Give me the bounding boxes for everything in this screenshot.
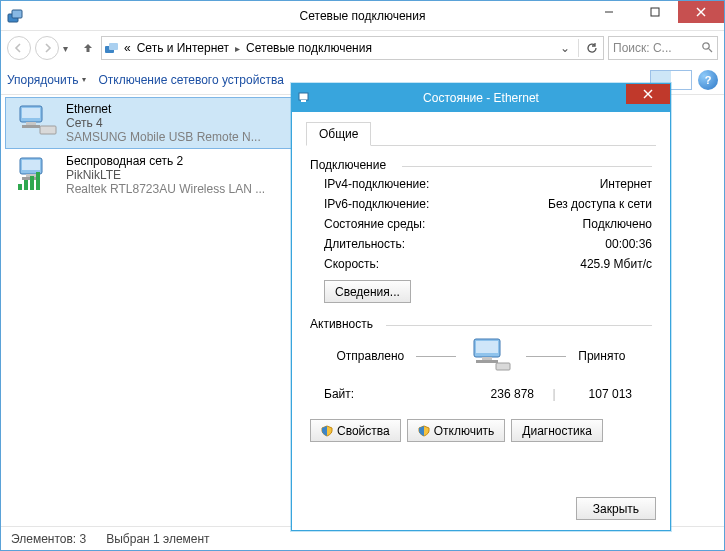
activity-group: Активность Отправлено Принято Байт: 236 … [310, 317, 652, 405]
svg-rect-23 [299, 93, 308, 100]
connection-item-ethernet[interactable]: Ethernet Сеть 4 SAMSUNG Mobile USB Remot… [5, 97, 305, 149]
address-dropdown[interactable]: ⌄ [556, 39, 574, 57]
details-button[interactable]: Сведения... [324, 280, 411, 303]
status-selected: Выбран 1 элемент [106, 532, 209, 546]
help-button[interactable]: ? [698, 70, 718, 90]
up-button[interactable] [79, 39, 97, 57]
window-titlebar: Сетевые подключения [1, 1, 724, 31]
window-icon [7, 8, 23, 24]
divider: | [534, 387, 574, 401]
minimize-button[interactable] [586, 1, 632, 23]
svg-rect-24 [301, 100, 306, 102]
svg-rect-28 [476, 341, 498, 353]
disable-button[interactable]: Отключить [407, 419, 506, 442]
svg-rect-22 [36, 172, 40, 190]
svg-rect-30 [476, 360, 498, 363]
bytes-received: 107 013 [574, 387, 652, 401]
divider [526, 356, 566, 357]
svg-rect-13 [22, 125, 40, 128]
forward-button[interactable] [35, 36, 59, 60]
close-button[interactable] [678, 1, 724, 23]
window-title: Сетевые подключения [300, 9, 426, 23]
duration-label: Длительность: [324, 237, 405, 251]
connection-name: Беспроводная сеть 2 [66, 154, 296, 168]
group-title: Активность [310, 317, 652, 333]
breadcrumb-item[interactable]: Сеть и Интернет [135, 39, 231, 57]
address-bar[interactable]: « Сеть и Интернет ▸ Сетевые подключения … [101, 36, 604, 60]
shield-icon [418, 425, 430, 437]
location-icon [104, 40, 120, 56]
disable-device-button[interactable]: Отключение сетевого устройства [98, 73, 283, 87]
svg-rect-14 [40, 126, 56, 134]
breadcrumb-item[interactable]: Сетевые подключения [244, 39, 374, 57]
duration-value: 00:00:36 [605, 237, 652, 251]
bytes-label: Байт: [324, 387, 434, 401]
speed-value: 425.9 Мбит/с [580, 257, 652, 271]
activity-computer-icon [468, 337, 514, 375]
ethernet-status-dialog: Состояние - Ethernet Общие Подключение I… [291, 83, 671, 531]
ipv4-value: Интернет [600, 177, 652, 191]
shield-icon [321, 425, 333, 437]
svg-rect-21 [30, 176, 34, 190]
dialog-close-button[interactable] [626, 84, 670, 104]
search-input[interactable]: Поиск: С... [608, 36, 718, 60]
speed-label: Скорость: [324, 257, 379, 271]
divider [416, 356, 456, 357]
connection-network: Сеть 4 [66, 116, 296, 130]
status-count: Элементов: 3 [11, 532, 86, 546]
organize-menu[interactable]: Упорядочить▾ [7, 73, 86, 87]
diagnose-button[interactable]: Диагностика [511, 419, 603, 442]
svg-rect-1 [12, 10, 22, 18]
address-row: ▾ « Сеть и Интернет ▸ Сетевые подключени… [1, 31, 724, 65]
connection-adapter: Realtek RTL8723AU Wireless LAN ... [66, 182, 296, 196]
svg-rect-3 [651, 8, 659, 16]
svg-rect-16 [22, 160, 40, 170]
svg-rect-12 [26, 122, 36, 125]
properties-button[interactable]: Свойства [310, 419, 401, 442]
wireless-icon [16, 154, 58, 192]
sent-label: Отправлено [337, 349, 405, 363]
ethernet-icon [16, 102, 58, 140]
search-placeholder: Поиск: С... [613, 41, 672, 55]
dialog-icon [298, 91, 312, 105]
svg-rect-7 [109, 43, 118, 50]
svg-rect-29 [482, 357, 492, 360]
close-dialog-button[interactable]: Закрыть [576, 497, 656, 520]
connection-name: Ethernet [66, 102, 296, 116]
svg-point-8 [703, 42, 709, 48]
tab-strip: Общие [306, 122, 656, 146]
dialog-titlebar: Состояние - Ethernet [292, 84, 670, 112]
connection-adapter: SAMSUNG Mobile USB Remote N... [66, 130, 296, 144]
explorer-window: Сетевые подключения ▾ « Сеть и Интернет … [0, 0, 725, 551]
search-icon [701, 41, 713, 56]
chevron-right-icon: ▸ [233, 43, 242, 54]
ipv4-label: IPv4-подключение: [324, 177, 429, 191]
connection-item-wireless[interactable]: Беспроводная сеть 2 PikNikLTE Realtek RT… [5, 149, 305, 201]
svg-rect-11 [22, 108, 40, 118]
connections-list: Ethernet Сеть 4 SAMSUNG Mobile USB Remot… [5, 97, 305, 201]
breadcrumb-prefix: « [122, 39, 133, 57]
svg-line-9 [709, 49, 712, 52]
connection-network: PikNikLTE [66, 168, 296, 182]
back-button[interactable] [7, 36, 31, 60]
svg-rect-20 [24, 180, 28, 190]
chevron-down-icon: ▾ [82, 75, 86, 84]
ipv6-value: Без доступа к сети [548, 197, 652, 211]
dialog-title: Состояние - Ethernet [423, 91, 539, 105]
svg-rect-31 [496, 363, 510, 370]
bytes-sent: 236 878 [434, 387, 534, 401]
connection-group: Подключение IPv4-подключение:Интернет IP… [310, 158, 652, 303]
recv-label: Принято [578, 349, 625, 363]
refresh-button[interactable] [583, 39, 601, 57]
media-label: Состояние среды: [324, 217, 425, 231]
media-value: Подключено [583, 217, 652, 231]
ipv6-label: IPv6-подключение: [324, 197, 429, 211]
history-dropdown[interactable]: ▾ [63, 43, 75, 54]
maximize-button[interactable] [632, 1, 678, 23]
group-title: Подключение [310, 158, 652, 174]
svg-rect-19 [18, 184, 22, 190]
tab-general[interactable]: Общие [306, 122, 371, 146]
